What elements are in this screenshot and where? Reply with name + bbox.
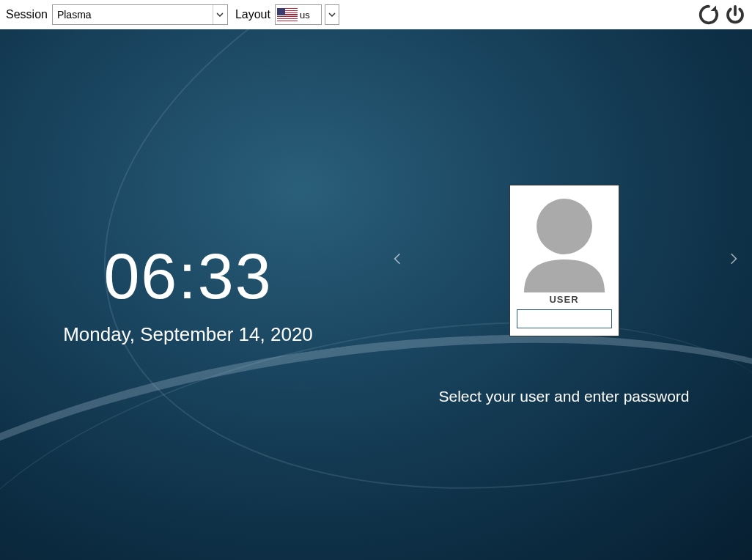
top-bar: Session Plasma Layout us xyxy=(0,0,752,29)
user-card[interactable]: USER xyxy=(509,185,619,336)
restart-icon xyxy=(698,4,720,26)
previous-user-button[interactable] xyxy=(391,252,404,268)
clock-date: Monday, September 14, 2020 xyxy=(63,323,313,346)
datetime-panel: 06:33 Monday, September 14, 2020 xyxy=(0,29,376,560)
next-user-button[interactable] xyxy=(727,252,740,268)
layout-value: us xyxy=(300,10,310,21)
main-content: 06:33 Monday, September 14, 2020 USER xyxy=(0,29,752,560)
power-icon xyxy=(724,4,746,26)
username-label: USER xyxy=(549,294,578,305)
password-input[interactable] xyxy=(517,309,612,328)
svg-point-0 xyxy=(537,199,592,254)
chevron-left-icon xyxy=(391,252,404,265)
chevron-right-icon xyxy=(727,252,740,265)
power-buttons xyxy=(698,4,746,26)
session-value: Plasma xyxy=(57,9,92,21)
session-label: Session xyxy=(6,8,48,21)
layout-dropdown-button[interactable] xyxy=(325,4,339,25)
chevron-down-icon xyxy=(213,5,227,24)
chevron-down-icon xyxy=(328,12,336,17)
layout-label: Layout xyxy=(235,8,270,21)
user-avatar-icon xyxy=(517,190,612,292)
shutdown-button[interactable] xyxy=(724,4,746,26)
layout-dropdown[interactable]: us xyxy=(275,4,322,25)
restart-button[interactable] xyxy=(698,4,720,26)
session-dropdown[interactable]: Plasma xyxy=(52,4,228,25)
us-flag-icon xyxy=(277,8,298,21)
instruction-text: Select your user and enter password xyxy=(438,388,689,405)
login-panel: USER Select your user and enter password xyxy=(376,29,752,560)
user-selector: USER xyxy=(376,185,752,336)
clock-time: 06:33 xyxy=(103,244,272,309)
